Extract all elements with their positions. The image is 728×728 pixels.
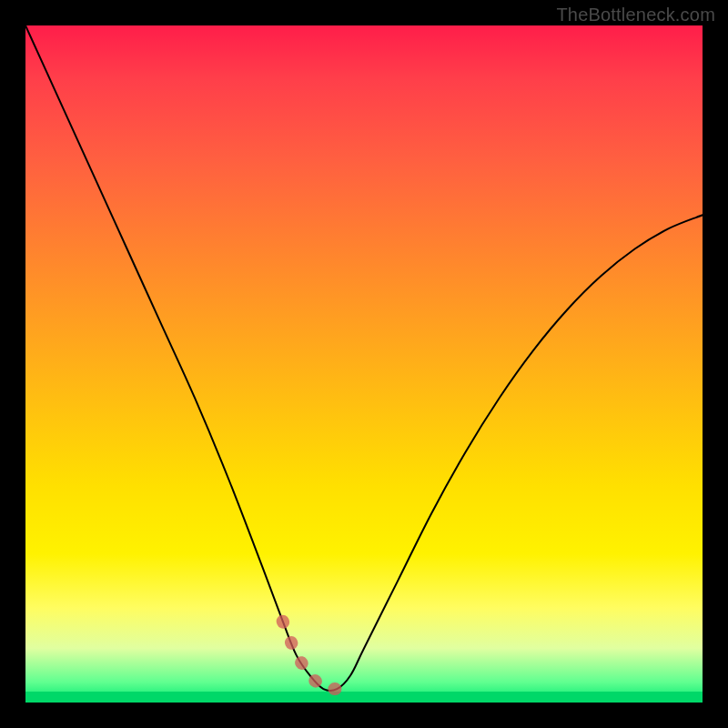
plot-area [25,25,703,703]
bottleneck-curve [25,25,703,691]
valley-highlight [283,622,350,689]
watermark-text: TheBottleneck.com [556,5,715,25]
chart-svg [25,25,703,703]
chart-frame: TheBottleneck.com [0,0,728,728]
